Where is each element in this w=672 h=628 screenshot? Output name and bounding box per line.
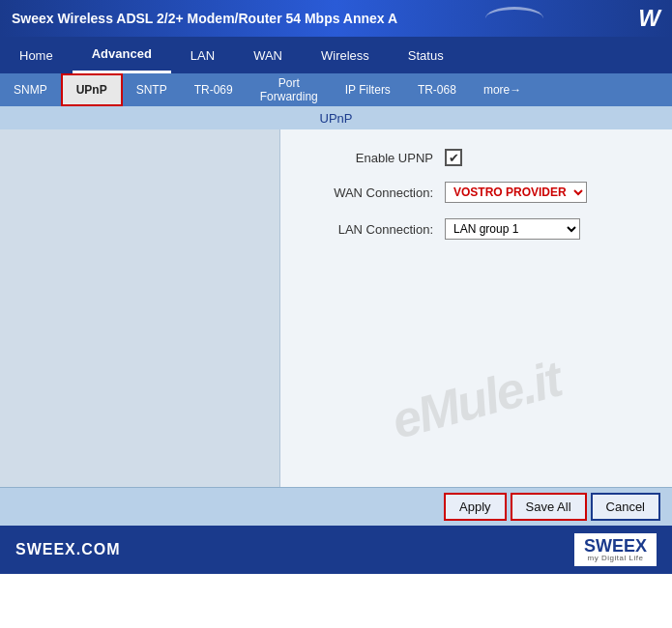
page-title: Sweex Wireless ADSL 2/2+ Modem/Router 54…: [12, 11, 397, 26]
left-sidebar: [0, 129, 280, 487]
lan-connection-label: LAN Connection:: [309, 222, 445, 237]
subnav-tr069[interactable]: TR-069: [181, 73, 247, 106]
enable-upnp-row: Enable UPNP: [309, 149, 643, 166]
subnav-ip-filters[interactable]: IP Filters: [332, 73, 404, 106]
sub-navigation: SNMP UPnP SNTP TR-069 PortForwarding IP …: [0, 73, 672, 106]
enable-upnp-checkbox[interactable]: [445, 149, 462, 166]
subnav-upnp[interactable]: UPnP: [61, 73, 123, 106]
wan-connection-select[interactable]: VOSTRO PROVIDER: [445, 182, 587, 203]
nav-advanced[interactable]: Advanced: [73, 37, 171, 73]
nav-wireless[interactable]: Wireless: [302, 37, 389, 73]
bottom-bar: Apply Save All Cancel: [0, 487, 672, 526]
sweex-logo-text: SWEEX: [584, 537, 647, 555]
sweex-logo: SWEEX my Digital Life: [574, 533, 657, 566]
cancel-button[interactable]: Cancel: [591, 493, 660, 521]
wan-connection-row: WAN Connection: VOSTRO PROVIDER: [309, 182, 643, 203]
brand-logo-w: W: [638, 5, 660, 32]
subnav-more[interactable]: more→: [470, 73, 535, 106]
nav-home[interactable]: Home: [0, 37, 73, 73]
apply-button[interactable]: Apply: [444, 493, 507, 521]
subnav-sntp[interactable]: SNTP: [123, 73, 181, 106]
footer: SWEEX.COM SWEEX my Digital Life: [0, 526, 672, 574]
nav-lan[interactable]: LAN: [171, 37, 234, 73]
main-navigation: Home Advanced LAN WAN Wireless Status: [0, 37, 672, 73]
save-all-button[interactable]: Save All: [511, 493, 587, 521]
wan-connection-label: WAN Connection:: [309, 186, 445, 200]
right-content: Enable UPNP WAN Connection: VOSTRO PROVI…: [280, 129, 672, 487]
sweex-com-text: SWEEX.COM: [15, 541, 121, 558]
sweex-tagline: my Digital Life: [588, 555, 644, 562]
enable-upnp-label: Enable UPNP: [309, 151, 445, 165]
content-area: Enable UPNP WAN Connection: VOSTRO PROVI…: [0, 129, 672, 487]
subnav-tr068[interactable]: TR-068: [404, 73, 470, 106]
title-decoration: [485, 7, 543, 30]
subnav-port-forwarding[interactable]: PortForwarding: [247, 73, 332, 106]
nav-status[interactable]: Status: [389, 37, 463, 73]
breadcrumb: UPnP: [0, 106, 672, 129]
lan-connection-select[interactable]: LAN group 1: [445, 218, 580, 240]
lan-connection-row: LAN Connection: LAN group 1: [309, 218, 643, 240]
nav-wan[interactable]: WAN: [234, 37, 302, 73]
subnav-snmp[interactable]: SNMP: [0, 73, 61, 106]
title-bar: Sweex Wireless ADSL 2/2+ Modem/Router 54…: [0, 0, 672, 37]
